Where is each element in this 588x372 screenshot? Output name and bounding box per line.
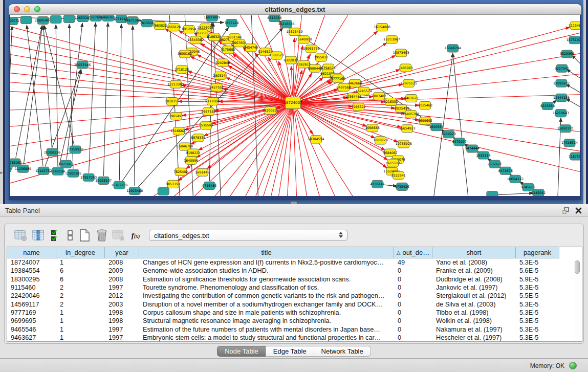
network-node[interactable]: [158, 187, 169, 195]
tab-edge-table[interactable]: Edge Table: [266, 346, 314, 357]
table-row[interactable]: 911546021997Tourette syndrome. Phenomeno…: [7, 283, 582, 292]
network-node-label: 16648784: [445, 46, 461, 50]
table-scrollbar[interactable]: [574, 259, 581, 340]
network-edge: [566, 84, 580, 93]
column-header-short[interactable]: short: [432, 247, 516, 258]
cells-icon[interactable]: [63, 228, 77, 243]
cell-title: Disruption of a novel member of a sodium…: [139, 301, 394, 308]
column-header-pagerank[interactable]: pagerank: [516, 247, 559, 258]
new-document-icon[interactable]: [77, 228, 92, 243]
trash-icon[interactable]: [95, 228, 109, 243]
cell-name: 9115460: [7, 284, 56, 291]
network-node-label: 8938923: [442, 132, 456, 136]
table-row[interactable]: 977716911998Corpus callosum shape and si…: [7, 309, 582, 317]
memory-status-icon[interactable]: [569, 362, 577, 369]
table-row[interactable]: 1872400712008Changes of HCN gene express…: [7, 258, 582, 267]
cell-short: Hescheler et al. (1997): [432, 334, 516, 341]
network-node-label: 5716485: [202, 184, 216, 187]
network-node-label: 16782759: [111, 183, 127, 187]
network-node-label: 16210643: [553, 111, 569, 115]
network-node-label: 9227342: [555, 67, 569, 70]
network-node-label: 1068686: [365, 126, 380, 129]
cell-in_degree: 2: [56, 284, 105, 291]
network-node-label: 9242848: [215, 61, 230, 64]
network-edge: [10, 27, 293, 103]
tab-node-table[interactable]: Node Table: [217, 346, 266, 357]
column-header-out_de[interactable]: △out_de…: [394, 247, 432, 258]
network-node-label: 20891406: [35, 18, 51, 22]
network-node[interactable]: [487, 191, 498, 196]
network-node-label: 9146821: [258, 50, 272, 53]
cell-title: Investigating the contribution of common…: [139, 292, 394, 299]
network-node-label: 1810755: [165, 99, 179, 103]
network-edge: [287, 103, 293, 196]
panel-collapse-arrow[interactable]: ▸: [0, 170, 3, 175]
network-node-label: 1115484: [569, 24, 580, 27]
network-node[interactable]: [20, 16, 32, 24]
network-node-label: 6479197: [452, 140, 467, 143]
network-node-label: 7815526: [140, 21, 154, 25]
cell-name: 14569117: [7, 301, 56, 308]
column-select-icon[interactable]: [31, 228, 46, 243]
function-icon[interactable]: f(x): [128, 228, 143, 243]
network-node-label: 16495768: [403, 112, 419, 116]
table-row[interactable]: 946554611997Estimation of the future num…: [7, 325, 582, 333]
table-selector-value: citations_edges.txt: [154, 232, 209, 239]
network-edge: [133, 26, 135, 186]
table-row[interactable]: 2242004622012Investigating the contribut…: [7, 292, 582, 300]
table-settings-icon[interactable]: [14, 228, 28, 243]
network-edge: [566, 99, 580, 107]
network-node-label: 12923468: [126, 189, 143, 192]
column-header-in_degree[interactable]: in_degree: [56, 247, 105, 258]
cell-in_degree: 2: [56, 292, 105, 299]
network-node-label: 19218586: [278, 22, 294, 26]
cell-out_de: 49: [394, 259, 432, 266]
cell-in_degree: 1: [56, 334, 105, 341]
network-node-label: 9463627: [404, 96, 419, 100]
delete-table-icon[interactable]: [111, 228, 125, 243]
network-graph[interactable]: 1872400718300295193845547663822966012889…: [10, 15, 580, 196]
table-row[interactable]: 1938455462009Genome-wide association stu…: [7, 267, 582, 275]
table-panel-header: Table Panel: [0, 204, 588, 217]
network-node-label: 12095872: [553, 81, 570, 85]
network-node-label: 9975887: [59, 162, 73, 166]
network-node-label: 1405572: [10, 19, 19, 23]
network-node-label: 7462664: [348, 81, 362, 85]
network-node-label: 1807487: [372, 94, 386, 98]
table-row[interactable]: 946362711997Embryonic stem cells: a mode…: [7, 334, 582, 342]
network-node-label: 10654112: [507, 177, 524, 181]
table-row[interactable]: 1456911722003Disruption of a novel membe…: [7, 300, 582, 308]
column-header-name[interactable]: name: [7, 247, 56, 258]
tab-network-table[interactable]: Network Table: [314, 346, 371, 357]
network-node-label: 3915952: [10, 166, 13, 170]
network-node-label: 14671388: [124, 18, 141, 22]
row-check-icon[interactable]: [49, 228, 63, 243]
table-selector-dropdown[interactable]: citations_edges.txt: [149, 230, 347, 241]
network-node[interactable]: [63, 15, 75, 23]
network-window-titlebar[interactable]: citations_edges.txt: [9, 4, 581, 15]
cell-short: Stergiakouli et al. (2012): [432, 292, 516, 299]
column-header-year[interactable]: year: [105, 247, 139, 258]
cell-pagerank: 5.3E-5: [516, 284, 559, 291]
cell-year: 2012: [105, 292, 139, 299]
close-icon[interactable]: [575, 207, 582, 214]
network-node-label: 17016514: [561, 141, 578, 144]
network-node-label: 16033809: [204, 15, 220, 19]
network-node[interactable]: [50, 16, 61, 24]
table-row[interactable]: 1830029562008Estimation of significance …: [7, 275, 582, 283]
cell-title: Estimation of significance thresholds fo…: [139, 276, 394, 283]
float-panel-icon[interactable]: [562, 207, 570, 214]
network-node-label: 16961758: [303, 47, 319, 50]
network-canvas[interactable]: 1872400718300295193845547663822966012889…: [9, 15, 581, 200]
network-edge: [299, 80, 331, 99]
table-row[interactable]: 969969511998Structural magnetic resonanc…: [7, 317, 582, 325]
network-edge: [293, 103, 580, 172]
cell-out_de: 0: [394, 326, 432, 333]
column-header-title[interactable]: title: [139, 247, 394, 258]
cell-short: de Silva et al. (2003): [432, 301, 516, 308]
network-node-label: 10973493: [393, 51, 409, 54]
network-node-label: 8186328: [207, 35, 221, 38]
network-edge: [453, 53, 468, 196]
table-scrollbar-thumb[interactable]: [575, 260, 580, 274]
network-node-label: 18300295: [262, 108, 278, 112]
